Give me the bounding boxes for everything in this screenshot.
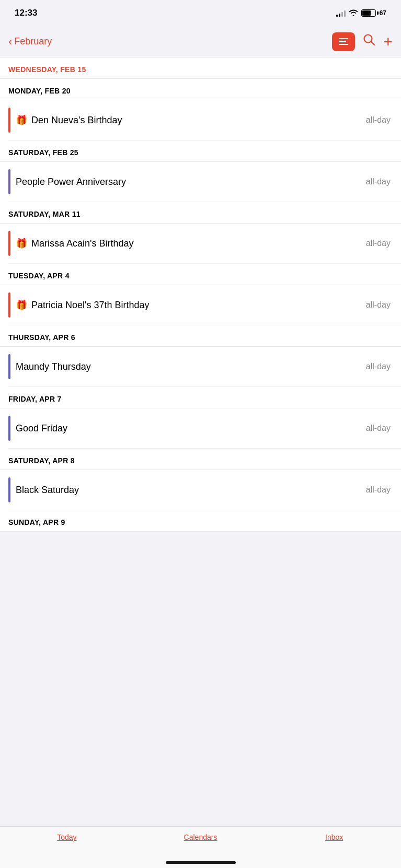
section-block: SATURDAY, FEB 25People Power Anniversary… <box>0 140 401 202</box>
event-info: 🎁Marissa Acain's Birthday <box>16 238 366 249</box>
date-label: MONDAY, FEB 20 <box>8 87 71 95</box>
date-header: FRIDAY, APR 7 <box>0 387 401 408</box>
gift-icon: 🎁 <box>16 114 27 126</box>
event-title: Maundy Thursday <box>16 361 366 372</box>
section-block: SATURDAY, MAR 11🎁Marissa Acain's Birthda… <box>0 202 401 264</box>
event-row[interactable]: 🎁Patricia Noel's 37th Birthdayall-day <box>8 285 401 325</box>
status-bar: 12:33 67 <box>0 0 401 26</box>
date-header: SUNDAY, APR 9 <box>0 510 401 532</box>
event-accent-bar <box>8 354 10 379</box>
date-label: TUESDAY, APR 4 <box>8 272 70 280</box>
wifi-icon <box>349 9 358 18</box>
event-title: Patricia Noel's 37th Birthday <box>31 300 366 311</box>
status-icons: 67 <box>336 9 386 18</box>
event-row[interactable]: Good Fridayall-day <box>8 408 401 449</box>
section-block: TUESDAY, APR 4🎁Patricia Noel's 37th Birt… <box>0 264 401 325</box>
back-label: February <box>14 36 52 47</box>
event-info: People Power Anniversary <box>16 177 366 187</box>
event-time: all-day <box>366 424 391 433</box>
home-indicator <box>166 861 236 864</box>
date-header: WEDNESDAY, FEB 15 <box>0 57 401 79</box>
event-time: all-day <box>366 300 391 310</box>
date-label: SATURDAY, MAR 11 <box>8 210 81 218</box>
search-button[interactable] <box>362 33 376 50</box>
signal-icon <box>336 9 346 17</box>
date-header: SATURDAY, FEB 25 <box>0 140 401 162</box>
event-time: all-day <box>366 485 391 495</box>
tab-inbox[interactable]: Inbox <box>267 833 401 841</box>
section-block: MONDAY, FEB 20🎁Den Nueva's Birthdayall-d… <box>0 79 401 140</box>
date-label: SATURDAY, APR 8 <box>8 456 75 465</box>
event-accent-bar <box>8 292 10 318</box>
event-info: Maundy Thursday <box>16 361 366 372</box>
list-icon <box>339 38 348 45</box>
event-title: Black Saturday <box>16 485 366 496</box>
event-row[interactable]: People Power Anniversaryall-day <box>8 162 401 202</box>
date-label: SUNDAY, APR 9 <box>8 518 65 526</box>
back-button[interactable]: ‹ February <box>8 35 326 49</box>
event-row[interactable]: 🎁Den Nueva's Birthdayall-day <box>8 100 401 140</box>
event-accent-bar <box>8 169 10 194</box>
event-row[interactable]: Black Saturdayall-day <box>8 470 401 510</box>
section-block: SUNDAY, APR 9 <box>0 510 401 532</box>
date-label: FRIDAY, APR 7 <box>8 395 62 403</box>
gift-icon: 🎁 <box>16 299 27 311</box>
nav-actions: + <box>332 32 393 51</box>
event-title: Marissa Acain's Birthday <box>31 238 366 249</box>
event-time: all-day <box>366 239 391 248</box>
section-block: SATURDAY, APR 8Black Saturdayall-day <box>0 449 401 510</box>
tab-today[interactable]: Today <box>0 833 134 841</box>
gift-icon: 🎁 <box>16 238 27 249</box>
date-header: THURSDAY, APR 6 <box>0 325 401 347</box>
date-header: MONDAY, FEB 20 <box>0 79 401 100</box>
event-time: all-day <box>366 362 391 371</box>
event-title: People Power Anniversary <box>16 177 366 187</box>
event-accent-bar <box>8 108 10 133</box>
event-accent-bar <box>8 231 10 256</box>
tab-today-label: Today <box>57 833 76 841</box>
event-row[interactable]: 🎁Marissa Acain's Birthdayall-day <box>8 224 401 264</box>
list-view-button[interactable] <box>332 32 355 51</box>
add-event-button[interactable]: + <box>383 34 393 50</box>
tab-calendars-label: Calendars <box>184 833 217 841</box>
section-block: FRIDAY, APR 7Good Fridayall-day <box>0 387 401 449</box>
event-info: Black Saturday <box>16 485 366 496</box>
events-list: WEDNESDAY, FEB 15MONDAY, FEB 20🎁Den Nuev… <box>0 57 401 532</box>
tab-inbox-label: Inbox <box>325 833 343 841</box>
chevron-left-icon: ‹ <box>8 35 12 49</box>
date-label: THURSDAY, APR 6 <box>8 333 75 342</box>
event-title: Good Friday <box>16 423 366 434</box>
battery-icon: 67 <box>361 9 386 17</box>
section-block: WEDNESDAY, FEB 15 <box>0 57 401 79</box>
event-title: Den Nueva's Birthday <box>31 115 366 126</box>
event-time: all-day <box>366 177 391 186</box>
event-accent-bar <box>8 416 10 441</box>
event-row[interactable]: Maundy Thursdayall-day <box>8 347 401 387</box>
event-info: 🎁Patricia Noel's 37th Birthday <box>16 299 366 311</box>
date-header: SATURDAY, MAR 11 <box>0 202 401 224</box>
tab-calendars[interactable]: Calendars <box>134 833 268 841</box>
event-info: 🎁Den Nueva's Birthday <box>16 114 366 126</box>
date-label: WEDNESDAY, FEB 15 <box>8 65 86 74</box>
event-time: all-day <box>366 115 391 125</box>
svg-line-1 <box>371 42 375 45</box>
event-accent-bar <box>8 477 10 502</box>
status-time: 12:33 <box>15 8 37 18</box>
battery-percent: 67 <box>380 9 386 17</box>
event-info: Good Friday <box>16 423 366 434</box>
nav-bar: ‹ February + <box>0 26 401 57</box>
date-header: TUESDAY, APR 4 <box>0 264 401 285</box>
date-header: SATURDAY, APR 8 <box>0 449 401 470</box>
section-block: THURSDAY, APR 6Maundy Thursdayall-day <box>0 325 401 387</box>
date-label: SATURDAY, FEB 25 <box>8 148 78 157</box>
